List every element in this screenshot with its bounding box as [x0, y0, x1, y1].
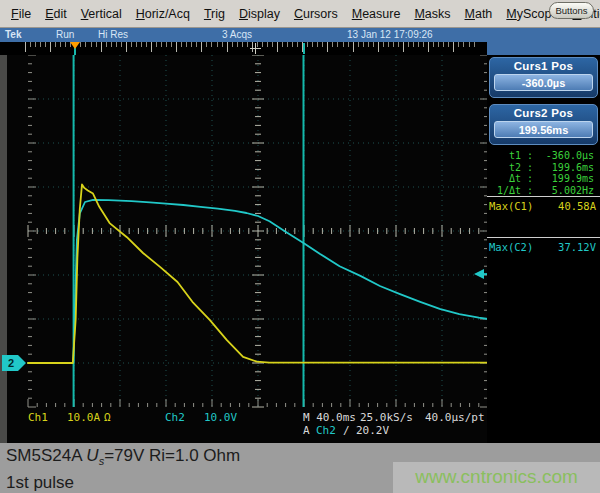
t2-label: t2 : [487, 162, 533, 174]
menu-item-trig[interactable]: Trig [197, 4, 232, 24]
tek-logo: Tek [5, 29, 22, 40]
menu-item-file[interactable]: File [4, 4, 38, 24]
menu-item-masks[interactable]: Masks [407, 4, 457, 24]
cursor2-value[interactable]: 199.56ms [494, 121, 593, 138]
cursor1-position-control[interactable]: Curs1 Pos -360.0µs [489, 57, 598, 98]
menu-item-edit[interactable]: Edit [38, 4, 74, 24]
trigger-position-icon[interactable] [70, 42, 80, 49]
display-area: 2 Ch1 10.0A Ω Ch2 10.0V M 40.0ms 25.0kS/… [0, 55, 600, 443]
ch2-label[interactable]: Ch2 [165, 411, 185, 424]
inv-dt-label: 1/Δt : [487, 185, 533, 197]
oscilloscope-screen: FileEditVerticalHoriz/AcqTrigDisplayCurs… [0, 0, 600, 493]
preview-strip [0, 42, 487, 55]
inv-dt-value: 5.002Hz [533, 185, 598, 197]
cursor1-title: Curs1 Pos [494, 60, 593, 72]
watermark: www.cntronics.com [393, 462, 600, 493]
device-name: SM5S24A [6, 446, 82, 465]
max-c1-value: 40.58A [558, 200, 596, 212]
cursor2-position-control[interactable]: Curs2 Pos 199.56ms [489, 104, 598, 145]
preview-center-cross-v [255, 43, 256, 54]
menu-item-math[interactable]: Math [458, 4, 500, 24]
test-conditions: =79V Ri=1.0 Ohm [104, 446, 240, 465]
menu-item-vertical[interactable]: Vertical [74, 4, 129, 24]
dt-label: Δt : [487, 173, 533, 185]
separator [487, 237, 600, 238]
menu-item-cursors[interactable]: Cursors [287, 4, 345, 24]
caption-bar: SM5S24A Us=79V Ri=1.0 Ohm 1st pulse www.… [0, 443, 600, 493]
preview-cursor2-mark [303, 43, 305, 54]
trigger-prefix: A [303, 424, 310, 437]
sample-rate: 25.0kS/s [360, 411, 413, 424]
max-c2-value: 37.12V [558, 241, 596, 253]
menu-item-horiz-acq[interactable]: Horiz/Acq [129, 4, 197, 24]
ch2-ground-marker-label: 2 [8, 357, 14, 369]
acquisition-mode: Hi Res [98, 29, 128, 40]
menu-item-display[interactable]: Display [232, 4, 287, 24]
ch1-coupling: Ω [104, 411, 111, 424]
acquisition-preview-bar [0, 42, 600, 55]
right-readout-panel: Curs1 Pos -360.0µs Curs2 Pos 199.56ms t1… [487, 55, 600, 443]
trigger-source: Ch2 [316, 424, 336, 437]
separator [487, 196, 600, 197]
preview-bar-right-fill [487, 42, 600, 55]
timebase-readout: M 40.0ms [303, 411, 356, 424]
datetime: 13 Jan 12 17:09:26 [347, 29, 433, 40]
acquisition-count: 3 Acqs [222, 29, 252, 40]
max-c2-label: Max(C2) [489, 241, 533, 253]
ch1-label[interactable]: Ch1 [28, 411, 48, 424]
measurement-max-c2: Max(C2) 37.12V [488, 241, 599, 253]
status-bar: Tek Run Hi Res 3 Acqs 13 Jan 12 17:09:26 [0, 28, 600, 42]
t1-value: -360.0µs [533, 150, 598, 162]
max-c1-label: Max(C1) [489, 200, 533, 212]
menu-item-measure[interactable]: Measure [345, 4, 408, 24]
t1-label: t1 : [487, 150, 533, 162]
ch1-scale[interactable]: 10.0A [67, 411, 100, 424]
trigger-slope-icon: ∕ [343, 424, 350, 437]
trigger-level: 20.2V [356, 424, 389, 437]
measurement-max-c1: Max(C1) 40.58A [488, 200, 599, 212]
us-symbol: U [86, 446, 98, 465]
trace-ch2-voltage[interactable] [28, 200, 488, 363]
t2-value: 199.6ms [533, 162, 598, 174]
resolution: 40.0µs/pt [425, 411, 485, 424]
dt-value: 199.9ms [533, 173, 598, 185]
ch2-scale[interactable]: 10.0V [204, 411, 237, 424]
cursor-readout-block: t1 :-360.0µs t2 :199.6ms Δt :199.9ms 1/Δ… [487, 150, 598, 196]
buttons-button[interactable]: Buttons [549, 2, 594, 19]
trigger-level-arrow-icon[interactable] [474, 269, 484, 279]
menubar: FileEditVerticalHoriz/AcqTrigDisplayCurs… [0, 0, 600, 28]
cursor1-value[interactable]: -360.0µs [494, 74, 593, 91]
cursor2-title: Curs2 Pos [494, 107, 593, 119]
acquisition-state: Run [56, 29, 74, 40]
